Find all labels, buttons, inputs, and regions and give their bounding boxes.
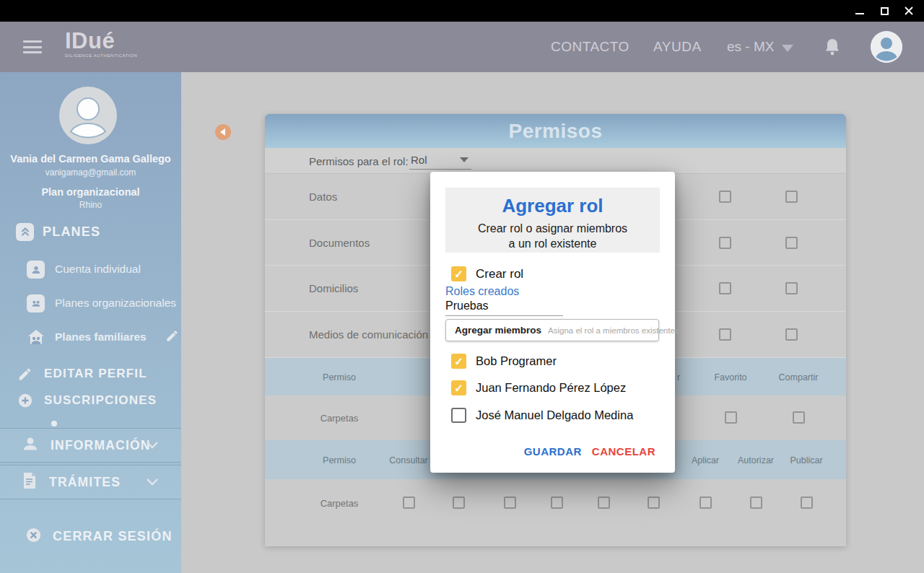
- back-button[interactable]: [215, 124, 231, 140]
- window-minimize-button[interactable]: [852, 3, 868, 19]
- locale-selector[interactable]: es - MX: [727, 39, 793, 55]
- page-title: Permisos: [508, 120, 602, 143]
- sidebar-section-label: TRÁMITES: [49, 475, 121, 490]
- checkbox[interactable]: [719, 237, 731, 249]
- checkbox[interactable]: [719, 282, 731, 294]
- modal-actions: GUARDAR CANCELAR: [524, 445, 655, 458]
- column-header-compartir: Compartir: [779, 372, 819, 382]
- sidebar-item-label: PLANES: [43, 224, 100, 240]
- sidebar-item-cerrar-sesion[interactable]: CERRAR SESIÓN: [0, 525, 181, 547]
- checkbox[interactable]: [598, 497, 610, 509]
- checkbox[interactable]: [719, 328, 731, 341]
- member-checkbox[interactable]: [451, 408, 466, 423]
- window-maximize-button[interactable]: [876, 3, 892, 19]
- column-header-favorito: Favorito: [714, 372, 746, 382]
- checkbox[interactable]: [719, 191, 731, 203]
- brand-tagline: DILIGENCE AUTHENTICATION: [65, 53, 137, 58]
- chevron-down-icon: [147, 439, 158, 452]
- window-controls: [852, 0, 917, 22]
- crear-rol-label: Crear rol: [476, 267, 523, 281]
- role-filter-row: Permisos para el rol: Rol: [265, 148, 846, 174]
- checkbox[interactable]: [785, 282, 798, 294]
- category-label: Domicilios: [309, 282, 358, 294]
- sidebar-section-informacion[interactable]: INFORMACIÓN: [0, 428, 181, 463]
- organization-icon: [27, 294, 45, 312]
- sidebar: Vania del Carmen Gama Gallego vanigamag@…: [0, 72, 181, 573]
- sidebar-item-label: SUSCRIPCIONES: [44, 393, 157, 408]
- checkbox[interactable]: [785, 191, 798, 203]
- sidebar-item-cuenta-individual[interactable]: Cuenta individual: [0, 260, 181, 279]
- back-arrow-icon: [220, 128, 225, 136]
- column-header-consultar: Consultar: [389, 455, 428, 465]
- collapse-icon: [16, 223, 34, 241]
- column-header-partial: r: [677, 372, 680, 382]
- sidebar-item-planes-organizacionales[interactable]: Planes organizacionales: [0, 294, 181, 312]
- member-checkbox[interactable]: [451, 354, 466, 369]
- brand-logo[interactable]: IDué DILIGENCE AUTHENTICATION: [65, 30, 137, 58]
- dropdown-arrow-icon: [460, 157, 468, 162]
- role-select[interactable]: Rol: [409, 152, 471, 170]
- category-label: Documentos: [309, 237, 370, 249]
- checkbox[interactable]: [750, 497, 762, 509]
- checkbox[interactable]: [793, 411, 805, 424]
- sidebar-item-label: Cuenta individual: [55, 263, 141, 276]
- cancelar-button[interactable]: CANCELAR: [592, 445, 655, 458]
- checkbox[interactable]: [403, 497, 415, 509]
- column-header-aplicar: Aplicar: [692, 455, 719, 465]
- window-titlebar: [0, 0, 924, 22]
- document-icon: [22, 472, 38, 492]
- checkbox[interactable]: [699, 497, 712, 509]
- roles-creados-link[interactable]: Roles creados: [445, 285, 519, 298]
- person-icon: [27, 261, 45, 279]
- sidebar-section-tramites[interactable]: TRÁMITES: [0, 465, 181, 499]
- chevron-down-icon: [782, 45, 793, 52]
- nav-link-ayuda[interactable]: AYUDA: [653, 39, 702, 55]
- sidebar-item-planes[interactable]: PLANES: [0, 222, 181, 242]
- checkbox[interactable]: [453, 497, 465, 509]
- sidebar-item-editar-perfil[interactable]: EDITAR PERFIL: [0, 364, 181, 384]
- window-close-button[interactable]: [901, 3, 917, 19]
- carousel-dot: [51, 421, 57, 427]
- checkbox[interactable]: [551, 497, 563, 509]
- user-avatar[interactable]: [871, 31, 902, 63]
- sidebar-item-label: Planes organizacionales: [55, 297, 176, 310]
- checkbox[interactable]: [504, 497, 516, 509]
- role-name-input[interactable]: Pruebas: [445, 299, 563, 316]
- plus-circle-icon: [16, 393, 34, 408]
- edit-pencil-icon[interactable]: [165, 329, 179, 346]
- logout-x-circle-icon: [25, 527, 42, 546]
- checkbox[interactable]: [785, 237, 798, 249]
- notifications-bell-icon[interactable]: [824, 38, 841, 58]
- hamburger-menu-icon[interactable]: [23, 40, 42, 53]
- sidebar-item-suscripciones[interactable]: SUSCRIPCIONES: [0, 390, 181, 411]
- maximize-icon: [881, 7, 889, 15]
- guardar-button[interactable]: GUARDAR: [524, 445, 582, 458]
- checkbox[interactable]: [648, 497, 660, 509]
- chevron-down-icon: [147, 476, 158, 489]
- select-label: Agregar miembros: [455, 325, 541, 336]
- sidebar-item-label: Planes familiares: [55, 331, 147, 344]
- pencil-icon: [16, 367, 34, 382]
- select-placeholder: Asigna el rol a miembros existentes: [548, 326, 679, 335]
- plan-name: Rhino: [0, 200, 181, 210]
- profile-email: vanigamag@gmail.com: [0, 167, 181, 178]
- nav-link-contacto[interactable]: CONTACTO: [551, 39, 629, 55]
- minimize-icon: [855, 13, 864, 14]
- member-name: Juan Fernando Pérez López: [476, 381, 626, 395]
- member-row: José Manuel Delgado Medina: [451, 408, 633, 423]
- modal-header: Agregar rol Crear rol o asignar miembros…: [445, 188, 660, 253]
- close-icon: [904, 6, 914, 16]
- locale-value: es - MX: [727, 39, 774, 55]
- checkbox[interactable]: [725, 411, 737, 424]
- column-header-permiso: Permiso: [323, 455, 356, 465]
- member-row: Juan Fernando Pérez López: [451, 380, 626, 395]
- sidebar-item-planes-familiares[interactable]: Planes familiares: [0, 328, 181, 346]
- checkbox[interactable]: [785, 328, 798, 341]
- crear-rol-checkbox[interactable]: [451, 266, 466, 281]
- member-name: Bob Programer: [476, 354, 557, 368]
- checkbox[interactable]: [801, 497, 813, 509]
- column-header-permiso: Permiso: [323, 372, 356, 382]
- row-label: Carpetas: [321, 498, 359, 509]
- agregar-miembros-select[interactable]: Agregar miembros Asigna el rol a miembro…: [445, 319, 659, 341]
- member-checkbox[interactable]: [451, 380, 466, 395]
